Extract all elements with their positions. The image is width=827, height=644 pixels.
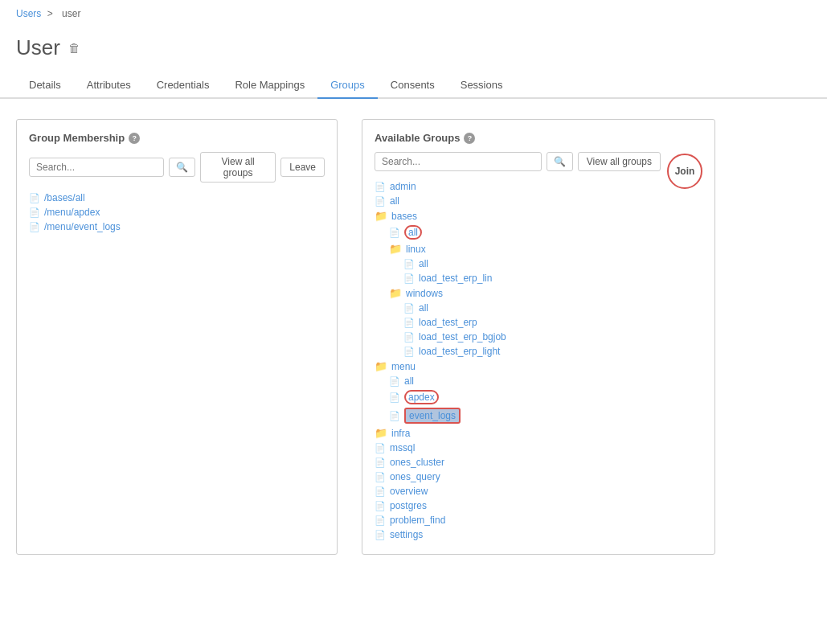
group-menu-apdex[interactable]: 📄 apdex bbox=[389, 388, 661, 406]
join-btn-container: Join bbox=[667, 152, 702, 189]
group-membership-view-all-btn[interactable]: View all groups bbox=[200, 152, 276, 183]
folder-icon-windows: 📁 bbox=[389, 287, 402, 299]
available-groups-tree: 📄 admin 📄 all 📁 bases 📄 bbox=[375, 179, 661, 542]
tab-credentials[interactable]: Credentials bbox=[144, 72, 223, 99]
join-btn[interactable]: Join bbox=[667, 154, 702, 189]
group-membership-leave-btn[interactable]: Leave bbox=[280, 158, 325, 177]
doc-icon-2: 📄 bbox=[29, 207, 40, 218]
group-settings[interactable]: 📄 settings bbox=[375, 527, 661, 542]
available-groups-view-all-btn[interactable]: View all groups bbox=[578, 152, 661, 171]
available-groups-search-row: 🔍 View all groups bbox=[375, 152, 661, 171]
doc-icon-overview: 📄 bbox=[375, 486, 386, 497]
doc-icon-mssql: 📄 bbox=[375, 443, 386, 453]
doc-icon-windows-load: 📄 bbox=[403, 318, 415, 328]
group-problem-find[interactable]: 📄 problem_find bbox=[375, 513, 661, 527]
group-membership-tree: 📄 /bases/all 📄 /menu/apdex 📄 /menu/event… bbox=[29, 191, 325, 234]
tab-consents[interactable]: Consents bbox=[378, 72, 448, 99]
content-area: Group Membership ? 🔍 View all groups Lea… bbox=[0, 99, 827, 575]
doc-icon-bases-all: 📄 bbox=[389, 228, 400, 238]
group-linux-load[interactable]: 📄 load_test_erp_lin bbox=[403, 271, 661, 285]
doc-icon-ones-query: 📄 bbox=[375, 472, 386, 482]
folder-windows[interactable]: 📁 windows bbox=[389, 285, 661, 301]
membership-item-1[interactable]: 📄 /bases/all bbox=[29, 191, 325, 205]
group-windows-bgjob[interactable]: 📄 load_test_erp_bgjob bbox=[403, 330, 661, 344]
group-menu-all[interactable]: 📄 all bbox=[389, 374, 661, 388]
available-groups-panel: Available Groups ? 🔍 View all groups 📄 a… bbox=[362, 119, 715, 555]
group-membership-help-icon[interactable]: ? bbox=[129, 133, 140, 144]
doc-icon-problem-find: 📄 bbox=[375, 515, 386, 526]
breadcrumb-current: user bbox=[62, 8, 80, 19]
folder-bases[interactable]: 📁 bases bbox=[375, 208, 661, 224]
available-groups-help-icon[interactable]: ? bbox=[464, 133, 475, 144]
group-membership-search-row: 🔍 View all groups Leave bbox=[29, 152, 325, 183]
folder-menu[interactable]: 📁 menu bbox=[375, 359, 661, 374]
group-admin[interactable]: 📄 admin bbox=[375, 179, 661, 194]
doc-icon-all-top: 📄 bbox=[375, 196, 386, 207]
doc-icon-windows-bgjob: 📄 bbox=[403, 332, 415, 343]
group-windows-light[interactable]: 📄 load_test_erp_light bbox=[403, 344, 661, 359]
group-linux-all[interactable]: 📄 all bbox=[403, 256, 661, 271]
group-bases-all[interactable]: 📄 all bbox=[389, 224, 661, 241]
doc-icon-menu-apdex: 📄 bbox=[389, 392, 400, 403]
group-ones-query[interactable]: 📄 ones_query bbox=[375, 470, 661, 484]
doc-icon-postgres: 📄 bbox=[375, 501, 386, 511]
doc-icon-ones-cluster: 📄 bbox=[375, 457, 386, 468]
available-groups-search[interactable] bbox=[375, 152, 542, 171]
group-postgres[interactable]: 📄 postgres bbox=[375, 498, 661, 513]
trash-icon[interactable]: 🗑 bbox=[68, 41, 80, 55]
tab-sessions[interactable]: Sessions bbox=[448, 72, 516, 99]
doc-icon-admin: 📄 bbox=[375, 182, 386, 192]
tab-role-mappings[interactable]: Role Mappings bbox=[222, 72, 317, 99]
page-header: User 🗑 bbox=[0, 27, 827, 72]
group-menu-event-logs[interactable]: 📄 event_logs bbox=[389, 406, 661, 425]
group-overview[interactable]: 📄 overview bbox=[375, 484, 661, 498]
folder-icon-infra: 📁 bbox=[375, 427, 387, 439]
group-all-top[interactable]: 📄 all bbox=[375, 194, 661, 208]
doc-icon-linux-all: 📄 bbox=[403, 259, 415, 269]
tab-groups[interactable]: Groups bbox=[317, 72, 378, 99]
doc-icon-3: 📄 bbox=[29, 222, 40, 232]
available-groups-search-btn[interactable]: 🔍 bbox=[547, 152, 573, 171]
group-mssql[interactable]: 📄 mssql bbox=[375, 441, 661, 455]
group-ones-cluster[interactable]: 📄 ones_cluster bbox=[375, 455, 661, 470]
doc-icon-windows-light: 📄 bbox=[403, 347, 415, 357]
breadcrumb: Users > user bbox=[0, 0, 827, 27]
group-windows-all[interactable]: 📄 all bbox=[403, 301, 661, 315]
group-membership-search[interactable] bbox=[29, 158, 164, 177]
doc-icon-1: 📄 bbox=[29, 193, 40, 203]
folder-infra[interactable]: 📁 infra bbox=[375, 425, 661, 441]
doc-icon-settings: 📄 bbox=[375, 530, 386, 540]
doc-icon-windows-all: 📄 bbox=[403, 303, 415, 314]
folder-icon-linux: 📁 bbox=[389, 243, 402, 255]
folder-linux[interactable]: 📁 linux bbox=[389, 241, 661, 256]
membership-item-2[interactable]: 📄 /menu/apdex bbox=[29, 205, 325, 219]
doc-icon-menu-event-logs: 📄 bbox=[389, 411, 400, 421]
folder-icon-menu: 📁 bbox=[375, 360, 387, 372]
group-membership-panel: Group Membership ? 🔍 View all groups Lea… bbox=[16, 119, 338, 555]
folder-icon-bases: 📁 bbox=[375, 210, 387, 222]
group-windows-load[interactable]: 📄 load_test_erp bbox=[403, 315, 661, 330]
available-groups-header: Available Groups ? bbox=[375, 132, 702, 144]
tab-details[interactable]: Details bbox=[16, 72, 74, 99]
tab-attributes[interactable]: Attributes bbox=[74, 72, 144, 99]
doc-icon-menu-all: 📄 bbox=[389, 376, 400, 387]
tabs: Details Attributes Credentials Role Mapp… bbox=[0, 72, 827, 99]
breadcrumb-parent[interactable]: Users bbox=[16, 8, 41, 19]
doc-icon-linux-load: 📄 bbox=[403, 273, 415, 284]
membership-item-3[interactable]: 📄 /menu/event_logs bbox=[29, 219, 325, 234]
page-title: User bbox=[16, 35, 60, 60]
group-membership-header: Group Membership ? bbox=[29, 132, 325, 144]
group-membership-search-btn[interactable]: 🔍 bbox=[169, 158, 195, 177]
